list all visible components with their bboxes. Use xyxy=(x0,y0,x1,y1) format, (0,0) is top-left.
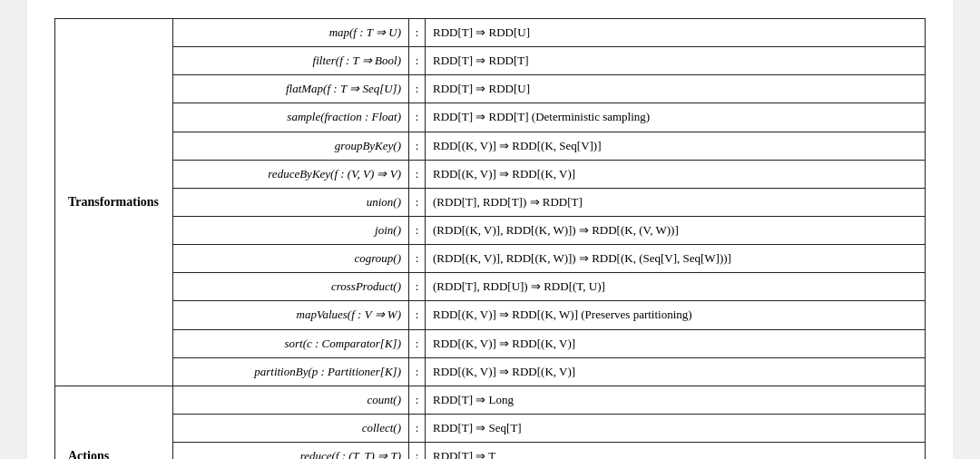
colon-separator: : xyxy=(409,301,426,329)
colon-separator: : xyxy=(409,216,426,244)
colon-separator: : xyxy=(409,47,426,75)
operation-description: RDD[T] ⇒ RDD[T] (Deterministic sampling) xyxy=(426,103,926,132)
operation-description: RDD[(K, V)] ⇒ RDD[(K, V)] xyxy=(426,357,926,386)
rdd-table: Transformationsmap(f : T ⇒ U):RDD[T] ⇒ R… xyxy=(54,18,926,459)
operation-description: RDD[T] ⇒ Seq[T] xyxy=(426,414,926,442)
operation-name: groupByKey() xyxy=(173,132,409,160)
operation-description: RDD[(K, V)] ⇒ RDD[(K, W)] (Preserves par… xyxy=(426,301,926,329)
operation-description: RDD[(K, V)] ⇒ RDD[(K, V)] xyxy=(426,329,926,357)
operation-name: cogroup() xyxy=(173,245,409,273)
operation-name: map(f : T ⇒ U) xyxy=(173,19,409,47)
operation-name: collect() xyxy=(173,414,409,442)
section-label-actions: Actions xyxy=(55,386,173,459)
colon-separator: : xyxy=(409,414,426,442)
operation-description: (RDD[T], RDD[T]) ⇒ RDD[T] xyxy=(426,188,926,216)
operation-name: flatMap(f : T ⇒ Seq[U]) xyxy=(173,75,409,103)
colon-separator: : xyxy=(409,245,426,273)
colon-separator: : xyxy=(409,132,426,160)
operation-description: RDD[T] ⇒ Long xyxy=(426,386,926,414)
colon-separator: : xyxy=(409,103,426,132)
operation-description: RDD[(K, V)] ⇒ RDD[(K, Seq[V])] xyxy=(426,132,926,160)
colon-separator: : xyxy=(409,75,426,103)
operation-name: partitionBy(p : Partitioner[K]) xyxy=(173,357,409,386)
operation-name: union() xyxy=(173,188,409,216)
operation-description: RDD[T] ⇒ RDD[U] xyxy=(426,19,926,47)
section-label-transformations: Transformations xyxy=(55,19,173,386)
operation-name: mapValues(f : V ⇒ W) xyxy=(173,301,409,329)
operation-description: RDD[(K, V)] ⇒ RDD[(K, V)] xyxy=(426,160,926,188)
operation-name: count() xyxy=(173,386,409,414)
operation-description: (RDD[(K, V)], RDD[(K, W)]) ⇒ RDD[(K, (V,… xyxy=(426,216,926,244)
colon-separator: : xyxy=(409,160,426,188)
colon-separator: : xyxy=(409,329,426,357)
operation-name: sample(fraction : Float) xyxy=(173,103,409,132)
operation-description: RDD[T] ⇒ T xyxy=(426,443,926,459)
operation-description: RDD[T] ⇒ RDD[T] xyxy=(426,47,926,75)
operation-name: reduceByKey(f : (V, V) ⇒ V) xyxy=(173,160,409,188)
colon-separator: : xyxy=(409,443,426,459)
operation-name: crossProduct() xyxy=(173,273,409,301)
operation-name: filter(f : T ⇒ Bool) xyxy=(173,47,409,75)
colon-separator: : xyxy=(409,273,426,301)
colon-separator: : xyxy=(409,19,426,47)
page-container: Transformationsmap(f : T ⇒ U):RDD[T] ⇒ R… xyxy=(27,0,953,459)
operation-name: sort(c : Comparator[K]) xyxy=(173,329,409,357)
colon-separator: : xyxy=(409,386,426,414)
operation-name: join() xyxy=(173,216,409,244)
operation-name: reduce(f : (T, T) ⇒ T) xyxy=(173,443,409,459)
operation-description: RDD[T] ⇒ RDD[U] xyxy=(426,75,926,103)
colon-separator: : xyxy=(409,188,426,216)
operation-description: (RDD[T], RDD[U]) ⇒ RDD[(T, U)] xyxy=(426,273,926,301)
colon-separator: : xyxy=(409,357,426,386)
operation-description: (RDD[(K, V)], RDD[(K, W)]) ⇒ RDD[(K, (Se… xyxy=(426,245,926,273)
